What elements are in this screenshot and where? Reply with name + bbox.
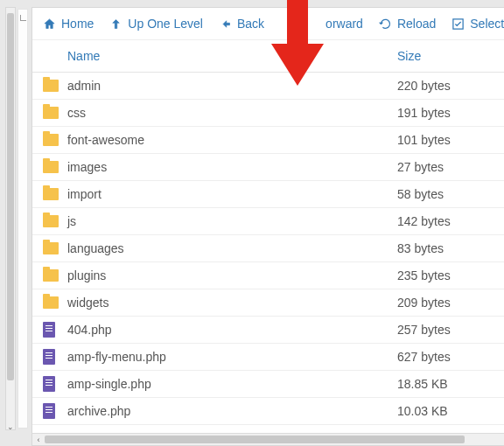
up-label: Up One Level bbox=[128, 17, 203, 31]
folder-icon bbox=[43, 269, 67, 282]
home-icon bbox=[43, 17, 56, 31]
file-name: css bbox=[67, 106, 397, 120]
table-row[interactable]: archive.php10.03 KB bbox=[32, 398, 504, 425]
file-size: 27 bytes bbox=[397, 160, 494, 174]
scroll-down-arrow-icon[interactable]: ⌄ bbox=[6, 422, 15, 431]
file-icon bbox=[43, 349, 67, 365]
scrollbar-thumb[interactable] bbox=[7, 13, 14, 380]
table-row[interactable]: images27 bytes bbox=[32, 154, 504, 181]
scroll-left-arrow-icon[interactable]: ‹ bbox=[32, 434, 45, 445]
table-row[interactable]: import58 bytes bbox=[32, 181, 504, 208]
column-header-row: Name Size bbox=[32, 40, 504, 73]
folder-icon bbox=[43, 161, 67, 173]
forward-button[interactable]: orward bbox=[326, 17, 363, 31]
horizontal-scrollbar-thumb[interactable] bbox=[45, 436, 465, 443]
column-header-size[interactable]: Size bbox=[397, 49, 494, 63]
file-name: 404.php bbox=[67, 323, 397, 337]
folder-icon bbox=[43, 80, 67, 92]
file-icon bbox=[43, 322, 67, 338]
reload-button[interactable]: Reload bbox=[379, 17, 436, 31]
table-row[interactable]: 404.php257 bytes bbox=[32, 317, 504, 344]
file-name: import bbox=[67, 187, 397, 201]
file-name: amp-single.php bbox=[67, 377, 397, 391]
back-label: Back bbox=[237, 17, 264, 31]
file-size: 235 bytes bbox=[397, 268, 494, 282]
reload-icon bbox=[379, 17, 392, 31]
file-size: 18.85 KB bbox=[397, 377, 494, 391]
select-check-icon bbox=[452, 17, 465, 31]
table-row[interactable]: css191 bytes bbox=[32, 100, 504, 127]
table-row[interactable]: widgets209 bytes bbox=[32, 289, 504, 317]
table-row[interactable]: languages83 bytes bbox=[32, 235, 504, 262]
file-size: 191 bytes bbox=[397, 106, 494, 120]
file-size: 10.03 KB bbox=[397, 404, 494, 418]
file-name: plugins bbox=[67, 268, 397, 282]
folder-icon bbox=[43, 242, 67, 254]
file-icon bbox=[43, 403, 67, 419]
file-name: archive.php bbox=[67, 404, 397, 418]
file-name: languages bbox=[67, 241, 397, 255]
file-size: 220 bytes bbox=[397, 79, 494, 93]
table-row[interactable]: plugins235 bytes bbox=[32, 262, 504, 289]
folder-icon bbox=[43, 188, 67, 200]
table-row[interactable]: amp-single.php18.85 KB bbox=[32, 371, 504, 398]
file-name: admin bbox=[67, 79, 397, 93]
file-rows-container: admin220 bytescss191 bytesfont-awesome10… bbox=[32, 73, 504, 433]
forward-label: orward bbox=[326, 17, 363, 31]
toolbar: Home Up One Level Back orward Reload Sel… bbox=[32, 8, 504, 40]
file-size: 101 bytes bbox=[397, 133, 494, 147]
file-icon bbox=[43, 376, 67, 392]
select-label: Select bbox=[470, 17, 504, 31]
file-list-panel: Home Up One Level Back orward Reload Sel… bbox=[32, 7, 504, 446]
file-size: 83 bytes bbox=[397, 241, 494, 255]
file-size: 142 bytes bbox=[397, 214, 494, 228]
annotation-red-arrow-icon bbox=[271, 0, 324, 87]
horizontal-scrollbar[interactable]: ‹ bbox=[32, 433, 504, 445]
file-name: js bbox=[67, 214, 397, 228]
file-name: font-awesome bbox=[67, 133, 397, 147]
home-button[interactable]: Home bbox=[43, 17, 94, 31]
table-row[interactable]: amp-fly-menu.php627 bytes bbox=[32, 344, 504, 371]
folder-icon bbox=[43, 107, 67, 119]
file-name: images bbox=[67, 160, 397, 174]
up-arrow-icon bbox=[109, 17, 122, 31]
tree-panel bbox=[18, 9, 28, 429]
column-header-name[interactable]: Name bbox=[67, 49, 397, 63]
file-size: 209 bytes bbox=[397, 296, 494, 310]
back-arrow-icon bbox=[219, 17, 232, 31]
table-row[interactable]: js142 bytes bbox=[32, 208, 504, 235]
folder-icon bbox=[43, 215, 67, 227]
up-one-level-button[interactable]: Up One Level bbox=[109, 17, 203, 31]
file-size: 627 bytes bbox=[397, 350, 494, 364]
folder-icon bbox=[43, 296, 67, 309]
table-row[interactable]: admin220 bytes bbox=[32, 73, 504, 100]
folder-icon bbox=[43, 134, 67, 146]
file-name: widgets bbox=[67, 296, 397, 310]
file-name: amp-fly-menu.php bbox=[67, 350, 397, 364]
file-size: 257 bytes bbox=[397, 323, 494, 337]
select-button[interactable]: Select bbox=[452, 17, 504, 31]
column-header-icon bbox=[43, 49, 67, 63]
reload-label: Reload bbox=[397, 17, 436, 31]
home-label: Home bbox=[61, 17, 94, 31]
table-row[interactable]: font-awesome101 bytes bbox=[32, 127, 504, 154]
file-size: 58 bytes bbox=[397, 187, 494, 201]
back-button[interactable]: Back bbox=[219, 17, 264, 31]
outer-vertical-scrollbar[interactable]: ⌄ bbox=[5, 7, 16, 430]
